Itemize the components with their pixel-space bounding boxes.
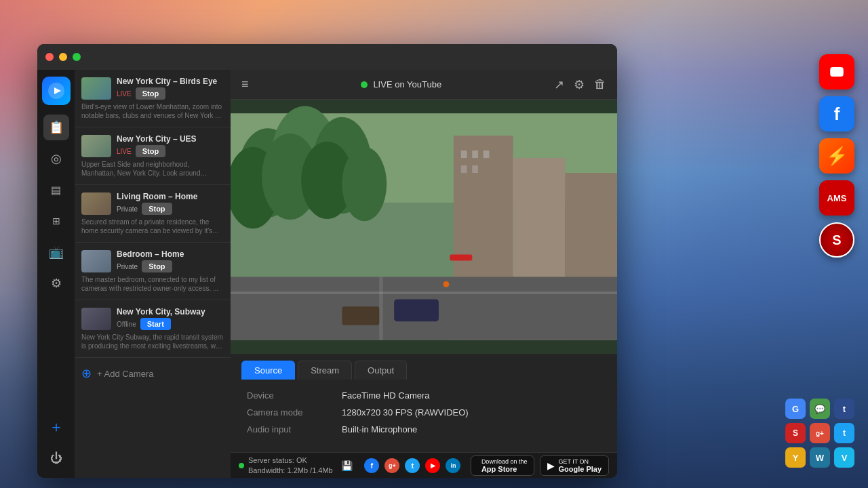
app-window: 📋 ◎ ▤ ⊞ 📺 ⚙ ＋ ⏻ — [37, 44, 617, 478]
device-label: Device — [247, 390, 342, 401]
settings-button[interactable]: ⚙ — [574, 77, 585, 92]
mini-icon-twitter[interactable]: t — [834, 423, 854, 443]
dock-ams[interactable]: AMS — [819, 180, 854, 216]
download-on-label: Download on the — [481, 458, 528, 465]
menu-icon[interactable]: ≡ — [241, 77, 249, 92]
camera-status: LIVE — [117, 90, 132, 98]
camera-list-item[interactable]: New York City – UESLIVEStopUpper East Si… — [75, 127, 231, 185]
right-dock: f ⚡ AMS S — [819, 54, 854, 258]
camera-status: Offline — [117, 321, 136, 328]
camera-description: Upper East Side and neighborhood, Manhat… — [81, 160, 224, 178]
sidebar-icon-book[interactable]: 📋 — [43, 115, 69, 140]
svg-rect-11 — [472, 150, 478, 158]
svg-rect-10 — [461, 150, 467, 158]
camera-name: New York City – UES — [117, 134, 224, 144]
audio-input-row: Audio input Built-in Microphone — [247, 424, 601, 434]
mini-dock-row2: S g+ t — [785, 423, 854, 443]
tab-stream[interactable]: Stream — [298, 361, 352, 380]
svg-point-20 — [443, 281, 450, 287]
camera-stop-button[interactable]: Stop — [142, 203, 172, 215]
app-store-badge[interactable]: Download on the App Store — [471, 455, 535, 476]
mini-icon-wordpress[interactable]: W — [810, 447, 830, 468]
camera-stop-button[interactable]: Stop — [142, 260, 172, 272]
bottom-panel: Source Stream Output Device FaceTime HD … — [231, 354, 617, 452]
social-facebook[interactable]: f — [364, 458, 379, 473]
camera-start-button[interactable]: Start — [140, 318, 171, 330]
server-status: Server status: OK Bandwidth: 1.2Mb /1.4M… — [239, 455, 355, 475]
title-bar — [37, 44, 617, 70]
sidebar-icon-power[interactable]: ⏻ — [43, 445, 69, 471]
delete-button[interactable]: 🗑 — [594, 77, 606, 92]
dock-youtube[interactable] — [819, 54, 854, 89]
minimize-button[interactable] — [59, 53, 67, 61]
sidebar-logo[interactable] — [42, 77, 71, 105]
app-body: 📋 ◎ ▤ ⊞ 📺 ⚙ ＋ ⏻ — [37, 70, 617, 478]
camera-mode-label: Camera mode — [247, 407, 342, 418]
share-button[interactable]: ↗ — [554, 77, 564, 92]
dock-5s[interactable]: S — [819, 222, 854, 258]
sidebar-icon-list[interactable]: ▤ — [43, 177, 69, 203]
app-store-label: App Store — [481, 465, 528, 473]
tab-source[interactable]: Source — [241, 361, 295, 380]
camera-description: Secured stream of a private residence, t… — [81, 218, 224, 235]
camera-stop-button[interactable]: Stop — [136, 87, 165, 100]
sidebar-icon-location[interactable]: ◎ — [43, 146, 69, 171]
camera-mode-value: 868x488 30 FPS (RAWVIDEO) — [342, 407, 469, 418]
camera-list-item[interactable]: New York City, SubwayOfflineStartNew Yor… — [75, 300, 231, 358]
dock-thunder[interactable]: ⚡ — [819, 138, 854, 174]
camera-status: Private — [117, 263, 138, 270]
mini-icon-tumblr[interactable]: t — [834, 399, 854, 419]
disk-icon: 💾 — [341, 460, 353, 471]
tab-row: Source Stream Output — [231, 354, 617, 380]
svg-rect-21 — [450, 255, 472, 261]
device-value: FaceTime HD Camera — [342, 390, 430, 401]
social-linkedin[interactable]: in — [446, 458, 460, 473]
server-status-text: Server status: OK — [248, 455, 333, 465]
social-google-plus[interactable]: g+ — [384, 458, 399, 473]
sidebar: 📋 ◎ ▤ ⊞ 📺 ⚙ ＋ ⏻ — [37, 70, 75, 478]
camera-list-item[interactable]: Bedroom – HomePrivateStopThe master bedr… — [75, 243, 231, 300]
status-dot — [239, 463, 244, 468]
svg-rect-19 — [342, 306, 379, 325]
svg-rect-17 — [379, 277, 382, 340]
camera-name: Living Room – Home — [117, 192, 224, 201]
mini-icon-yahoo[interactable]: Y — [785, 447, 806, 468]
live-label: LIVE on YouTube — [373, 79, 441, 89]
mini-dock-row3: Y W V — [785, 447, 854, 468]
social-youtube[interactable]: ▶ — [425, 458, 440, 473]
mini-icon-chat[interactable]: 💬 — [810, 399, 830, 419]
audio-input-value: Built-in Microphone — [342, 424, 417, 434]
add-camera-button[interactable]: ⊕ + Add Camera — [75, 358, 231, 389]
app-footer: Server status: OK Bandwidth: 1.2Mb /1.4M… — [231, 452, 617, 478]
top-bar: ≡ LIVE on YouTube ↗ ⚙ 🗑 — [231, 70, 617, 100]
tab-output[interactable]: Output — [355, 361, 407, 380]
mini-icon-s8[interactable]: S — [785, 423, 806, 443]
main-content: ≡ LIVE on YouTube ↗ ⚙ 🗑 — [231, 70, 617, 478]
bandwidth-text: Bandwidth: 1.2Mb /1.4Mb — [248, 466, 333, 475]
google-play-label: Google Play — [558, 465, 601, 473]
mini-icon-vimeo[interactable]: V — [834, 447, 854, 468]
camera-status: LIVE — [117, 148, 132, 155]
camera-list-item[interactable]: Living Room – HomePrivateStopSecured str… — [75, 185, 231, 243]
get-it-on-label: GET IT ON — [558, 458, 601, 465]
sidebar-icon-add[interactable]: ＋ — [43, 414, 69, 440]
dock-facebook[interactable]: f — [819, 96, 854, 131]
mini-icon-google[interactable]: G — [785, 399, 806, 419]
camera-name: New York City – Birds Eye — [117, 77, 224, 86]
play-icon: ▶ — [547, 460, 555, 471]
video-preview — [231, 100, 617, 354]
sidebar-icon-settings[interactable]: ⚙ — [43, 270, 69, 296]
social-twitter[interactable]: t — [405, 458, 420, 473]
sidebar-icon-grid[interactable]: ⊞ — [43, 208, 69, 234]
camera-name: New York City, Subway — [117, 307, 224, 317]
camera-list-item[interactable]: New York City – Birds EyeLIVEStopBird's-… — [75, 70, 231, 127]
close-button[interactable] — [45, 53, 54, 61]
google-play-badge[interactable]: ▶ GET IT ON Google Play — [540, 455, 609, 476]
camera-description: The master bedroom, connected to my list… — [81, 275, 224, 293]
mini-icon-gplus[interactable]: g+ — [810, 423, 830, 443]
svg-rect-16 — [231, 291, 617, 293]
live-dot — [361, 81, 368, 88]
maximize-button[interactable] — [73, 53, 81, 61]
camera-stop-button[interactable]: Stop — [136, 145, 165, 157]
sidebar-icon-video[interactable]: 📺 — [43, 239, 69, 265]
